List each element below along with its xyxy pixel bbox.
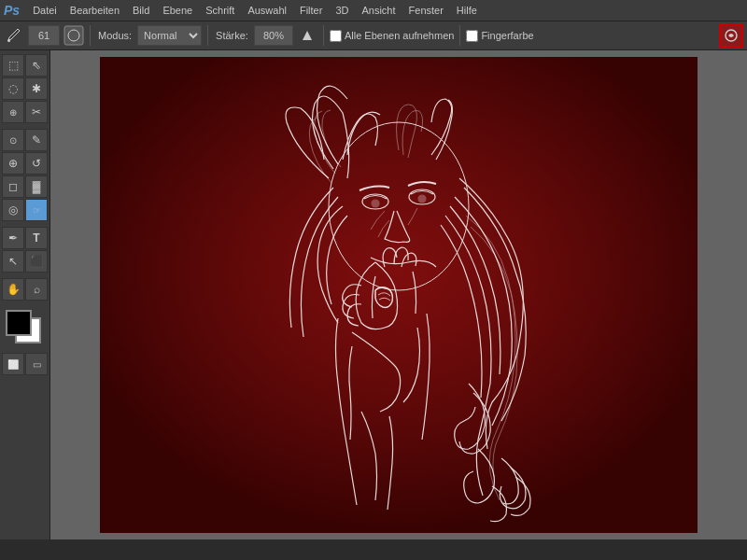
alle-ebenen-checkbox[interactable] [330,30,342,42]
toolbox: ⬚ ⇖ ◌ ✱ ⊕ ✂ ⊙ ✎ ⊕ ↺ ◻ ▓ ◎ ☞ ✒ [0,50,50,539]
tool-lasso[interactable]: ◌ [2,77,24,100]
brush-tool-icon[interactable] [4,25,24,46]
staerke-input[interactable] [254,25,293,46]
svg-point-9 [372,200,379,207]
tool-slice[interactable]: ✂ [25,101,48,123]
menu-ebene[interactable]: Ebene [157,3,198,18]
tool-hand[interactable]: ✋ [2,278,24,301]
menu-3d[interactable]: 3D [330,3,354,18]
fingerfarbe-checkbox[interactable] [466,30,478,42]
menu-auswahl[interactable]: Auswahl [242,3,292,18]
tool-row-4: ⊙ ✎ [2,129,48,151]
tool-row-5: ⊕ ↺ [2,152,48,175]
menu-fenster[interactable]: Fenster [403,3,449,18]
menubar: Ps Datei Bearbeiten Bild Ebene Schrift A… [0,0,747,21]
svg-rect-1 [64,26,83,45]
tool-path-select[interactable]: ↖ [2,250,24,273]
svg-point-11 [418,195,426,203]
tool-zoom[interactable]: ⌕ [25,278,48,301]
tool-marquee-rect[interactable]: ⬚ [2,54,24,77]
svg-point-0 [7,39,10,42]
tool-row-1: ⬚ ⇖ [2,54,48,77]
svg-marker-3 [303,31,312,40]
svg-rect-6 [100,57,698,533]
tool-blur[interactable]: ◎ [2,199,24,221]
tool-move[interactable]: ⇖ [25,54,48,77]
tool-brush[interactable]: ✎ [25,129,48,151]
canvas-area: Feuer und Eis by MDI.psd bei 14,1% (Grob… [50,50,747,539]
fingerfarbe-area: Fingerfarbe [466,30,533,42]
tool-pen[interactable]: ✒ [2,227,24,249]
sep3 [323,25,324,46]
sep1 [90,25,91,46]
menu-bild[interactable]: Bild [127,3,155,18]
artwork[interactable] [100,57,698,533]
tool-row-2: ◌ ✱ [2,77,48,100]
tool-screen-mode[interactable]: ▭ [25,353,48,375]
brush-size-input[interactable] [28,25,60,46]
canvas-background [50,50,747,539]
modus-label: Modus: [98,30,132,41]
tool-gradient[interactable]: ▓ [25,175,48,198]
ps-logo: Ps [4,3,20,18]
tool-row-10: ✋ ⌕ [2,278,48,301]
color-swatch-area [2,310,47,347]
alle-ebenen-area: Alle Ebenen aufnehmen [330,30,454,42]
tool-row-bottom: ⬜ ▭ [2,353,48,375]
foreground-color-swatch[interactable] [6,310,32,336]
tool-eraser[interactable]: ◻ [2,175,24,198]
fingerfarbe-label: Fingerfarbe [481,30,533,41]
modus-select[interactable]: Normal Auflösen Dahinter [137,25,202,46]
highlight-button[interactable] [719,23,743,48]
staerke-label: Stärke: [216,30,248,41]
options-toolbar: Modus: Normal Auflösen Dahinter Stärke: … [0,21,747,50]
tool-crop[interactable]: ⊕ [2,101,24,123]
menu-schrift[interactable]: Schrift [200,3,240,18]
tool-row-3: ⊕ ✂ [2,101,48,123]
tool-clone-stamp[interactable]: ⊕ [2,152,24,175]
alle-ebenen-label: Alle Ebenen aufnehmen [345,30,454,41]
staerke-slider-icon[interactable] [297,25,317,46]
tool-magic-wand[interactable]: ✱ [25,77,48,100]
tool-row-8: ✒ T [2,227,48,249]
menu-bearbeiten[interactable]: Bearbeiten [64,3,125,18]
tool-row-6: ◻ ▓ [2,175,48,198]
menu-filter[interactable]: Filter [294,3,328,18]
tool-smudge[interactable]: ☞ [25,199,48,221]
sep2 [207,25,208,46]
tool-row-9: ↖ ⬛ [2,250,48,273]
menu-hilfe[interactable]: Hilfe [451,3,483,18]
tool-quick-mask[interactable]: ⬜ [2,353,24,375]
brush-preview [63,25,84,46]
tool-shape[interactable]: ⬛ [25,250,48,273]
menu-datei[interactable]: Datei [27,3,63,18]
tool-history-brush[interactable]: ↺ [25,152,48,175]
menu-ansicht[interactable]: Ansicht [356,3,401,18]
tool-spot-healing[interactable]: ⊙ [2,129,24,151]
tool-text[interactable]: T [25,227,48,249]
tool-row-7: ◎ ☞ [2,199,48,221]
main-area: ⬚ ⇖ ◌ ✱ ⊕ ✂ ⊙ ✎ ⊕ ↺ ◻ ▓ ◎ ☞ ✒ [0,50,747,539]
sep4 [459,25,460,46]
